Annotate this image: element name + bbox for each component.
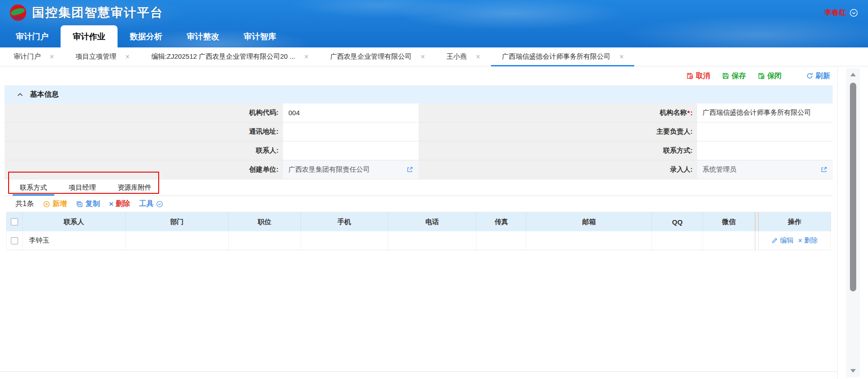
doc-tab-label: 广西瑞信盛德会计师事务所有限公司: [502, 52, 610, 61]
close-icon[interactable]: ×: [125, 53, 129, 61]
cell-wechat: [703, 231, 755, 250]
app-title: 国控集团智慧审计平台: [32, 5, 163, 21]
user-menu[interactable]: 李春红: [825, 8, 858, 18]
refresh-button[interactable]: 刷新: [806, 71, 830, 81]
doc-tab-edit-zj202512[interactable]: 编辑:ZJ202512 广西农垦企业管理有限公司20 ... ×: [141, 47, 320, 66]
delete-label: 删除: [116, 199, 130, 209]
doc-tab-audit-portal[interactable]: 审计门户 ×: [3, 47, 65, 66]
select-all-checkbox[interactable]: [11, 218, 18, 225]
save-close-button[interactable]: 保闭: [758, 71, 782, 81]
col-header-department[interactable]: 部门: [126, 212, 229, 231]
doc-tab-company[interactable]: 广西农垦企业管理有限公司 ×: [319, 47, 435, 66]
app-logo-icon: [10, 5, 26, 21]
record-count: 共1条: [15, 199, 34, 209]
col-header-phone[interactable]: 电话: [388, 212, 477, 231]
contact-input[interactable]: [283, 141, 419, 160]
col-header-actions: 操作: [759, 212, 831, 231]
scroll-up-icon[interactable]: [850, 73, 856, 76]
app-header: 国控集团智慧审计平台 李春红 审计门户 审计作业 数据分析 审计整改 审计智库: [0, 0, 868, 47]
save-icon: [722, 72, 729, 80]
entry-user-value: 系统管理员: [697, 160, 833, 179]
detail-subtabs: 联系方式 项目经理 资源库附件: [5, 179, 833, 196]
close-icon[interactable]: ×: [304, 53, 308, 61]
external-link-icon[interactable]: [406, 166, 413, 173]
edit-label: 编辑: [780, 236, 793, 245]
principal-input[interactable]: [697, 122, 833, 141]
nav-item-audit-portal[interactable]: 审计门户: [4, 25, 61, 47]
close-icon[interactable]: ×: [476, 53, 480, 61]
close-icon[interactable]: ×: [619, 53, 623, 61]
nav-item-audit-knowledge[interactable]: 审计智库: [231, 25, 288, 47]
basic-info-section-header[interactable]: 基本信息: [5, 85, 833, 103]
cancel-button[interactable]: 取消: [686, 71, 710, 81]
doc-tab-wangxiaoyan[interactable]: 王小燕 ×: [436, 47, 491, 66]
nav-item-data-analysis[interactable]: 数据分析: [118, 25, 175, 47]
nav-item-audit-work[interactable]: 审计作业: [61, 25, 118, 47]
logo-base-shape: [13, 16, 23, 19]
col-header-mobile[interactable]: 手机: [301, 212, 388, 231]
org-code-input[interactable]: [283, 103, 419, 122]
doc-tab-accounting-firm[interactable]: 广西瑞信盛德会计师事务所有限公司 ×: [491, 47, 634, 66]
table-row[interactable]: 李钟玉: [6, 231, 831, 250]
copy-button[interactable]: 复制: [76, 199, 100, 209]
org-name-input[interactable]: [697, 103, 833, 122]
contacts-table: 联系人 部门 职位 手机 电话 传真 邮箱 QQ 微信 操作: [6, 212, 831, 250]
collapse-chevron-icon[interactable]: [17, 93, 23, 97]
org-code-label: 机构代码:: [5, 103, 283, 122]
chevron-down-circle-icon: [156, 201, 163, 208]
doc-tab-label: 项目立项管理: [75, 52, 116, 61]
row-delete-button[interactable]: × 删除: [798, 236, 817, 245]
create-unit-label: 创建单位:: [5, 160, 283, 179]
cell-contact: 李钟玉: [23, 231, 126, 250]
tools-dropdown-button[interactable]: 工具: [139, 199, 163, 209]
col-header-email[interactable]: 邮箱: [526, 212, 652, 231]
col-header-qq[interactable]: QQ: [652, 212, 703, 231]
main-nav: 审计门户 审计作业 数据分析 审计整改 审计智库: [0, 25, 868, 47]
add-button[interactable]: 新增: [43, 199, 67, 209]
delete-button[interactable]: × 删除: [109, 199, 130, 209]
close-icon[interactable]: ×: [50, 53, 54, 61]
org-code-input-wrap: [283, 103, 419, 122]
field-org-code: 机构代码:: [5, 103, 419, 122]
section-title: 基本信息: [30, 90, 59, 99]
field-principal: 主要负责人:: [419, 122, 833, 141]
subtab-project-manager[interactable]: 项目经理: [61, 179, 103, 196]
doc-tab-project-approval[interactable]: 项目立项管理 ×: [65, 47, 140, 66]
save-button[interactable]: 保存: [722, 71, 746, 81]
address-input-wrap: [283, 122, 419, 141]
cancel-icon: [686, 72, 693, 80]
main-body: 取消 保存: [0, 66, 837, 372]
row-checkbox[interactable]: [11, 237, 18, 244]
subtab-contact-methods[interactable]: 联系方式: [13, 179, 54, 196]
contact-input-wrap: [283, 141, 419, 160]
refresh-label: 刷新: [816, 71, 830, 81]
main-panel: 取消 保存: [0, 66, 838, 379]
vertical-scrollbar[interactable]: [846, 68, 860, 377]
cell-phone: [388, 231, 477, 250]
col-header-contact[interactable]: 联系人: [23, 212, 126, 231]
cell-mobile: [301, 231, 388, 250]
field-address: 通讯地址:: [5, 122, 419, 141]
close-icon[interactable]: ×: [420, 53, 425, 61]
address-input[interactable]: [283, 122, 419, 141]
copy-label: 复制: [85, 199, 100, 209]
external-link-icon[interactable]: [821, 166, 827, 173]
scrollbar-thumb[interactable]: [850, 83, 856, 291]
cell-position: [229, 231, 301, 250]
doc-tab-label: 编辑:ZJ202512 广西农垦企业管理有限公司20 ...: [151, 52, 295, 61]
record-action-toolbar: 取消 保存: [0, 66, 837, 85]
nav-item-audit-rectify[interactable]: 审计整改: [175, 25, 231, 47]
col-header-fax[interactable]: 传真: [476, 212, 526, 231]
user-name[interactable]: 李春红: [825, 8, 846, 18]
chevron-down-icon[interactable]: [849, 9, 858, 17]
col-header-position[interactable]: 职位: [229, 212, 301, 231]
scroll-down-icon[interactable]: [850, 369, 856, 373]
app-window: 国控集团智慧审计平台 李春红 审计门户 审计作业 数据分析 审计整改 审计智库 …: [0, 0, 868, 379]
subtab-resource-attachments[interactable]: 资源库附件: [110, 179, 159, 196]
row-edit-button[interactable]: 编辑: [771, 236, 793, 245]
doc-tab-label: 王小燕: [447, 52, 467, 61]
contact-method-input[interactable]: [697, 141, 833, 160]
field-contact: 联系人:: [5, 141, 419, 160]
col-header-wechat[interactable]: 微信: [703, 212, 755, 231]
form-region: 基本信息 机构代码: 机构名称*:: [0, 85, 837, 212]
